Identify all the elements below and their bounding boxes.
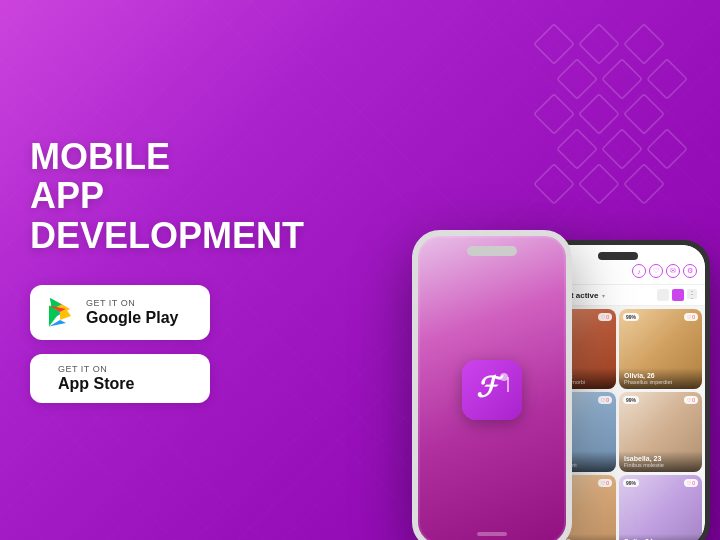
subnav-dropdown-icon: ▾ xyxy=(602,292,605,299)
card-5-hearts: ♡ 0 xyxy=(598,479,612,487)
notification-icon: ♪ xyxy=(632,264,646,278)
store-buttons: GET IT ON Google Play GET IT ON App Stor… xyxy=(30,285,250,403)
card-6-info: Sofia, 24 Consectetur adipiscing xyxy=(619,534,702,540)
more-icon: ⋮ xyxy=(687,289,697,299)
card-4-desc: Finibus molestie xyxy=(624,462,697,468)
app-icon-big: ℱ xyxy=(462,360,522,420)
card-1-hearts: ♡ 0 xyxy=(598,313,612,321)
headline: MOBILE APP DEVELOPMENT xyxy=(30,137,250,256)
headline-line2: DEVELOPMENT xyxy=(30,216,250,256)
card-6-badge: 99% xyxy=(623,479,639,487)
chat-icon: ✉ xyxy=(666,264,680,278)
phones-section: ℱ ≡ ℱ ♪ ♡ ✉ xyxy=(280,0,720,540)
card-4-hearts: ♡ 0 xyxy=(684,396,698,404)
svg-point-17 xyxy=(500,373,508,381)
left-section: MOBILE APP DEVELOPMENT xyxy=(0,97,280,444)
app-store-get-it: GET IT ON xyxy=(58,364,134,374)
card-2-info: Olivia, 26 Phasellus imperdiet xyxy=(619,368,702,389)
google-play-icon xyxy=(46,295,74,330)
app-store-button[interactable]: GET IT ON App Store xyxy=(30,354,210,403)
filter-icon xyxy=(657,289,669,301)
topbar-right-icons: ♪ ♡ ✉ ⚙ xyxy=(632,264,697,278)
app-icon-letter: ℱ xyxy=(472,367,512,414)
profile-icon: ♡ xyxy=(649,264,663,278)
card-2-badge: 99% xyxy=(623,313,639,321)
app-store-text: GET IT ON App Store xyxy=(58,364,134,393)
google-play-text: GET IT ON Google Play xyxy=(86,298,178,327)
app-store-name: App Store xyxy=(58,374,134,393)
main-content: MOBILE APP DEVELOPMENT xyxy=(0,0,720,540)
profile-card-2: 99% ♡ 0 Olivia, 26 Phasellus imperdiet xyxy=(619,309,702,389)
card-4-name: Isabella, 23 xyxy=(624,455,697,462)
headline-line1: MOBILE APP xyxy=(30,136,170,217)
grid-icon xyxy=(672,289,684,301)
phone-big: ℱ xyxy=(412,230,572,540)
google-play-name: Google Play xyxy=(86,308,178,327)
card-4-badge: 99% xyxy=(623,396,639,404)
card-4-info: Isabella, 23 Finibus molestie xyxy=(619,451,702,472)
card-6-hearts: ♡ 0 xyxy=(684,479,698,487)
subnav-right: ⋮ xyxy=(657,289,697,301)
card-2-hearts: ♡ 0 xyxy=(684,313,698,321)
profile-card-6: 99% ♡ 0 Sofia, 24 Consectetur adipiscing xyxy=(619,475,702,540)
card-2-desc: Phasellus imperdiet xyxy=(624,379,697,385)
google-play-button[interactable]: GET IT ON Google Play xyxy=(30,285,210,340)
card-2-name: Olivia, 26 xyxy=(624,372,697,379)
settings-icon: ⚙ xyxy=(683,264,697,278)
profile-card-4: 99% ♡ 0 Isabella, 23 Finibus molestie xyxy=(619,392,702,472)
svg-text:ℱ: ℱ xyxy=(476,372,504,403)
card-3-hearts: ♡ 0 xyxy=(598,396,612,404)
google-play-get-it: GET IT ON xyxy=(86,298,178,308)
